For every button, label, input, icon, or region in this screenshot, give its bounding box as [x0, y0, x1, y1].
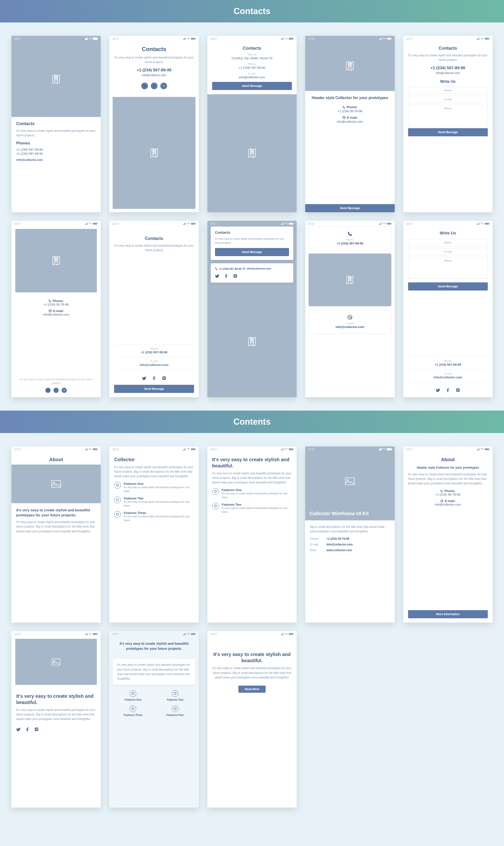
- status-bar: 12:17: [305, 36, 394, 41]
- heart-icon: [130, 705, 136, 712]
- facebook-icon[interactable]: [446, 388, 450, 393]
- status-time: 12:17: [406, 37, 413, 40]
- facebook-icon[interactable]: [53, 388, 59, 393]
- content-screen-1: 12:17 About It's very easy to create sty…: [12, 446, 101, 623]
- instagram-icon[interactable]: [160, 83, 167, 89]
- instagram-icon[interactable]: [456, 388, 460, 393]
- contact-screen-1: 12:17 Contacts It's very easy to create …: [12, 36, 101, 212]
- email-link[interactable]: info@collector.com: [436, 71, 460, 75]
- headline: It's very easy to create stylish and bea…: [16, 507, 96, 518]
- read-more-button[interactable]: Read More: [238, 686, 265, 693]
- phone-value: +1 (234) 56-78-88: [435, 493, 460, 496]
- headline: It's very easy to create stylish and bea…: [114, 641, 194, 651]
- email-label: E-mail:: [342, 116, 358, 119]
- feature-three: Features Three It's very easy to create …: [114, 511, 194, 522]
- twitter-icon[interactable]: [142, 376, 146, 381]
- headline: It's very easy to create stylish and bea…: [212, 456, 292, 469]
- twitter-icon[interactable]: [16, 727, 20, 732]
- contact-screen-6: 12:17 Phone: +1 (234) 56-78-88 E-mail: i…: [12, 221, 101, 397]
- phone-value: +1 (234) 56-78-88: [44, 303, 69, 306]
- battery-icon: [93, 37, 98, 40]
- feature-one: Features One: [114, 690, 152, 701]
- page-title: About: [441, 456, 455, 463]
- facebook-icon[interactable]: [224, 274, 228, 279]
- phone-input[interactable]: Phone: [408, 257, 488, 278]
- status-bar: 12:17: [208, 446, 296, 452]
- intro-text: It's very easy to create stylish and bea…: [215, 237, 289, 245]
- facebook-icon[interactable]: [151, 83, 158, 89]
- status-bar: 12:17: [305, 221, 394, 227]
- email-value: info@collector.com: [239, 75, 265, 79]
- footer-text: It's very easy to create stylish and bea…: [16, 378, 96, 385]
- body-text: It's very easy to create stylish and bea…: [16, 708, 96, 722]
- contact-screen-2: 12:17 Contacts It's very easy to create …: [109, 36, 199, 212]
- name-input[interactable]: Name: [408, 239, 488, 246]
- phone-value: +1 (234) 567-89-90: [408, 363, 488, 366]
- facebook-icon[interactable]: [25, 727, 30, 732]
- send-message-button[interactable]: Send Message: [408, 283, 488, 290]
- phone-row: Phone:+1 (234) 56-78-88: [310, 537, 390, 540]
- page-title: Contacts: [438, 46, 457, 51]
- phone-input[interactable]: Phone: [408, 105, 488, 126]
- status-time: 12:17: [112, 633, 119, 635]
- phone-label: Phone:: [49, 299, 64, 303]
- twitter-icon[interactable]: [46, 388, 51, 393]
- instagram-icon[interactable]: [34, 727, 39, 732]
- send-message-button[interactable]: Send Message: [114, 385, 194, 393]
- instagram-icon[interactable]: [233, 274, 237, 279]
- twitter-icon[interactable]: [141, 83, 148, 89]
- instagram-icon[interactable]: [162, 376, 166, 381]
- map-icon: [51, 255, 61, 266]
- send-message-button[interactable]: Send Message: [408, 128, 488, 136]
- status-time: 12:17: [308, 222, 315, 225]
- content-screen-6: 12:17 It's very easy to create stylish a…: [12, 631, 101, 808]
- email-link[interactable]: info@collector.com: [16, 158, 96, 162]
- name-input[interactable]: Name: [408, 87, 488, 94]
- email-value: info@collector.com: [337, 120, 363, 123]
- email-input[interactable]: E-mail: [408, 96, 488, 103]
- send-message-button[interactable]: Send Message: [305, 204, 394, 212]
- signal-icon: [85, 37, 88, 40]
- contact-details-card: +1 (234) 567-89-90 info@collector.com: [211, 263, 293, 283]
- content-screen-7: 12:17 It's very easy to create stylish a…: [109, 631, 199, 808]
- status-bar: 12:17: [12, 36, 101, 41]
- status-bar: 12:17: [109, 36, 199, 41]
- status-time: 12:17: [210, 37, 217, 40]
- contact-screen-3: 12:17 Contacts Address Country, city, st…: [208, 36, 296, 212]
- intro-text: It's very easy to create stylish and bea…: [408, 53, 488, 62]
- body-text: It's very easy to create stylish and bea…: [212, 471, 292, 485]
- more-info-button[interactable]: More Information: [408, 610, 488, 618]
- phones-label: Phones: [408, 360, 488, 362]
- feature-one: Features One It's very easy to create st…: [212, 488, 292, 501]
- signal-icon: [183, 37, 186, 40]
- wifi-icon: [186, 37, 190, 40]
- status-time: 12:17: [308, 37, 315, 40]
- email-row: info@collector.com: [242, 267, 271, 270]
- email-link[interactable]: info@collector.com: [142, 73, 166, 77]
- status-bar: 12:17: [208, 36, 296, 41]
- send-message-button[interactable]: Send Message: [215, 248, 289, 256]
- heart-icon: [172, 705, 179, 712]
- feature-two: Features Two It's very easy to create st…: [212, 503, 292, 514]
- send-message-button[interactable]: Send Message: [212, 82, 292, 90]
- email-value: info@collector.com: [408, 376, 488, 379]
- image-icon: [51, 479, 61, 488]
- page-title: About: [49, 456, 63, 463]
- contact-screen-9: 12:17 Phone: +1 (234) 567-89-90 E-mail i…: [305, 221, 394, 397]
- map-icon: [345, 275, 355, 285]
- twitter-icon[interactable]: [215, 274, 219, 279]
- page-title: Contacts: [142, 46, 166, 53]
- headline: It's very easy to create stylish and bea…: [16, 693, 96, 705]
- content-screen-8: 12:17 It's very easy to create stylish a…: [208, 631, 296, 808]
- twitter-icon[interactable]: [436, 388, 440, 393]
- status-bar: 12:17: [109, 221, 199, 227]
- feature-two: Features Two: [156, 690, 194, 701]
- at-icon: [440, 499, 444, 503]
- instagram-icon[interactable]: [61, 388, 67, 393]
- header-style-title: Header style Collector for your prototyp…: [312, 95, 388, 101]
- facebook-icon[interactable]: [152, 376, 156, 381]
- email-input[interactable]: E-mail: [408, 248, 488, 255]
- address-value: Country, city, street, house 33: [232, 56, 272, 60]
- phone-label: Phone:: [312, 238, 387, 241]
- hero-title: Collector Wireframe UI Kit: [309, 510, 390, 517]
